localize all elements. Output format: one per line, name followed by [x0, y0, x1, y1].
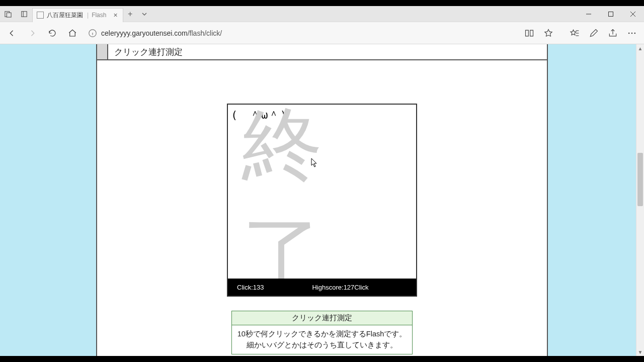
tab-title-main: 八百屋狂菜園: [47, 11, 83, 20]
description-box: クリック連打測定 10秒で何クリックできるかを測定するFlashです。 細かいバ…: [231, 311, 413, 354]
flash-game-area[interactable]: ( ＾ω＾) 終了 Click:133 Highscore:127Click: [227, 104, 417, 297]
site-info-icon[interactable]: [88, 29, 97, 38]
flash-status-bar: Click:133 Highscore:127Click: [228, 279, 416, 296]
tab-title-sub: Flash: [92, 12, 106, 19]
svg-point-13: [628, 32, 630, 34]
reading-view-icon[interactable]: [520, 24, 538, 42]
section-header: クリック連打測定: [97, 44, 547, 60]
more-menu-icon[interactable]: [623, 24, 641, 42]
svg-rect-1: [7, 13, 11, 17]
scroll-track[interactable]: [636, 52, 644, 348]
show-set-aside-tabs-icon[interactable]: [16, 6, 32, 22]
browser-toolbar: celeryyyy.garyoutensei.com/flash/click/: [0, 22, 644, 44]
tab-close-icon[interactable]: ×: [109, 11, 117, 19]
window-minimize-button[interactable]: [578, 6, 600, 22]
click-counter: Click:133: [237, 284, 264, 291]
nav-back-button[interactable]: [3, 24, 21, 42]
scroll-thumb[interactable]: [637, 153, 643, 206]
favorites-list-icon[interactable]: [566, 24, 584, 42]
section-title: クリック連打測定: [108, 46, 183, 58]
page-favicon-icon: [37, 12, 44, 19]
svg-point-15: [634, 32, 636, 34]
set-aside-tabs-icon[interactable]: [0, 6, 16, 22]
web-notes-icon[interactable]: [585, 24, 603, 42]
flash-end-text: 終了: [228, 105, 416, 296]
url-text: celeryyyy.garyoutensei.com/flash/click/: [101, 29, 222, 37]
favorite-star-icon[interactable]: [539, 24, 557, 42]
nav-home-button[interactable]: [63, 24, 82, 42]
browser-tab-active[interactable]: 八百屋狂菜園 | Flash ×: [32, 8, 123, 22]
window-close-button[interactable]: [622, 6, 644, 22]
svg-point-14: [631, 32, 633, 34]
description-body: 10秒で何クリックできるかを測定するFlashです。 細かいバグとかはそのうち直…: [232, 325, 412, 354]
window-controls: [578, 6, 644, 22]
nav-refresh-button[interactable]: [43, 24, 61, 42]
scroll-up-icon[interactable]: ▲: [636, 44, 644, 52]
scroll-down-icon[interactable]: ▼: [636, 348, 644, 356]
new-tab-button[interactable]: +: [123, 10, 137, 19]
content-column: クリック連打測定 ( ＾ω＾) 終了 Click:133 Highscore:1…: [96, 44, 548, 356]
url-bar[interactable]: celeryyyy.garyoutensei.com/flash/click/: [84, 25, 518, 41]
window-maximize-button[interactable]: [600, 6, 622, 22]
description-title: クリック連打測定: [232, 311, 412, 325]
page-viewport: クリック連打測定 ( ＾ω＾) 終了 Click:133 Highscore:1…: [0, 44, 644, 356]
vertical-scrollbar[interactable]: ▲ ▼: [636, 44, 644, 356]
svg-rect-4: [609, 12, 613, 16]
nav-forward-button[interactable]: [23, 24, 41, 42]
svg-rect-2: [22, 11, 27, 17]
share-icon[interactable]: [604, 24, 622, 42]
highscore-counter: Highscore:127Click: [312, 284, 368, 291]
tab-overflow-icon[interactable]: [137, 11, 151, 17]
browser-tab-strip: 八百屋狂菜園 | Flash × +: [0, 6, 644, 22]
